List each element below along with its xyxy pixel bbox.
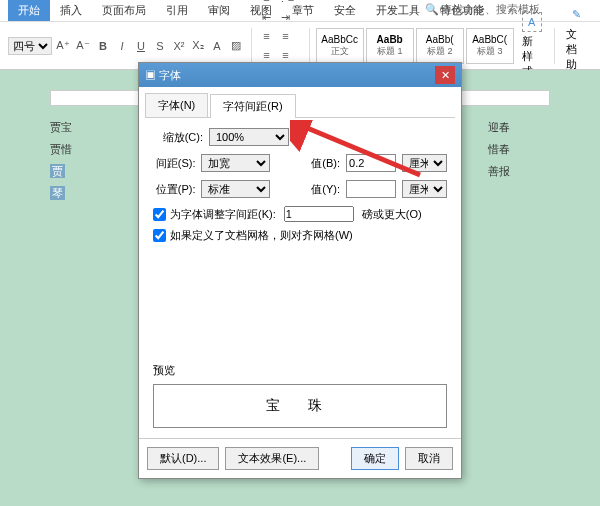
font-size-select[interactable]: 四号 [8, 37, 52, 55]
scale-label: 缩放(C): [153, 130, 203, 145]
indent-dec-icon[interactable]: ⇤ [257, 8, 275, 26]
dialog-titlebar[interactable]: ▣ 字体 ✕ [139, 63, 461, 87]
text-fragment: 迎春 [488, 116, 510, 138]
unit-y-select[interactable]: 厘米 [402, 180, 447, 198]
tab-review[interactable]: 审阅 [198, 0, 240, 21]
spacing-label: 间距(S): [153, 156, 195, 171]
style-h1[interactable]: AaBb标题 1 [366, 28, 414, 64]
search-icon: 🔍 [425, 3, 439, 16]
preview-label: 预览 [153, 363, 447, 378]
text-effect-button[interactable]: 文本效果(E)... [225, 447, 319, 470]
text-fragment: 惜春 [488, 138, 510, 160]
tab-font[interactable]: 字体(N) [145, 93, 208, 117]
kerning-label: 为字体调整字间距(K): [170, 207, 276, 222]
style-gallery: AaBbCc正文 AaBb标题 1 AaBb(标题 2 AaBbC(标题 3 [316, 28, 514, 64]
dialog-icon: ▣ [145, 69, 156, 81]
tab-reference[interactable]: 引用 [156, 0, 198, 21]
tab-start[interactable]: 开始 [8, 0, 50, 21]
align-left-icon[interactable]: ≡ [257, 27, 275, 45]
position-label: 位置(P): [153, 182, 195, 197]
align-center-icon[interactable]: ≡ [276, 27, 294, 45]
value-y-label: 值(Y): [308, 182, 340, 197]
tab-insert[interactable]: 插入 [50, 0, 92, 21]
underline-icon[interactable]: U [132, 37, 150, 55]
scale-select[interactable]: 100% [209, 128, 289, 146]
kerning-unit: 磅或更大(O) [362, 207, 422, 222]
text-fragment: 善报 [488, 160, 510, 182]
font-size-group: 四号 A⁺ A⁻ [8, 37, 92, 55]
style-h3[interactable]: AaBbC(标题 3 [466, 28, 514, 64]
style-h2[interactable]: AaBb(标题 2 [416, 28, 464, 64]
tab-dev[interactable]: 开发工具 [366, 0, 430, 21]
new-style-button[interactable]: A 新样式 [516, 12, 548, 79]
strike-icon[interactable]: S [151, 37, 169, 55]
spacing-select[interactable]: 加宽 [201, 154, 270, 172]
style-normal[interactable]: AaBbCc正文 [316, 28, 364, 64]
selected-text: 贾 [50, 164, 65, 178]
doc-helper-icon: ✎ [566, 5, 586, 25]
selected-text: 琴 [50, 186, 65, 200]
tab-security[interactable]: 安全 [324, 0, 366, 21]
text-fragment: 贾宝 [50, 121, 72, 133]
dialog-footer: 默认(D)... 文本效果(E)... 确定 取消 [139, 438, 461, 478]
kerning-input[interactable] [284, 206, 354, 222]
decrease-font-icon[interactable]: A⁻ [74, 37, 92, 55]
list-number-icon[interactable]: ⋮≡ [276, 0, 294, 7]
color-icon[interactable]: A [208, 37, 226, 55]
highlight-icon[interactable]: ▨ [227, 37, 245, 55]
search-box[interactable]: 🔍 查找命令、搜索模板 [425, 2, 540, 17]
super-icon[interactable]: X² [170, 37, 188, 55]
kerning-checkbox[interactable] [153, 208, 166, 221]
increase-font-icon[interactable]: A⁺ [54, 37, 72, 55]
font-dialog: ▣ 字体 ✕ 字体(N) 字符间距(R) 缩放(C): 100% 间距(S): … [138, 62, 462, 479]
preview-box: 宝 珠 [153, 384, 447, 428]
close-button[interactable]: ✕ [435, 66, 455, 84]
text-fragment: 贾惜 [50, 143, 72, 155]
value-b-input[interactable] [346, 154, 396, 172]
list-bullet-icon[interactable]: ≡ [257, 0, 275, 7]
snap-checkbox[interactable] [153, 229, 166, 242]
unit-b-select[interactable]: 厘米 [402, 154, 447, 172]
tab-layout[interactable]: 页面布局 [92, 0, 156, 21]
dialog-title: 字体 [159, 69, 181, 81]
font-style-group: B I U S X² X₂ A ▨ [94, 37, 245, 55]
snap-label: 如果定义了文档网格，则对齐网格(W) [170, 228, 353, 243]
tab-spacing[interactable]: 字符间距(R) [210, 94, 295, 118]
bold-icon[interactable]: B [94, 37, 112, 55]
dialog-tabs: 字体(N) 字符间距(R) [145, 93, 455, 118]
value-y-input[interactable] [346, 180, 396, 198]
default-button[interactable]: 默认(D)... [147, 447, 219, 470]
ok-button[interactable]: 确定 [351, 447, 399, 470]
search-placeholder: 查找命令、搜索模板 [441, 2, 540, 17]
value-b-label: 值(B): [308, 156, 340, 171]
dialog-body: 缩放(C): 100% 间距(S): 加宽 值(B): 厘米 位置(P): 标准… [139, 118, 461, 438]
indent-inc-icon[interactable]: ⇥ [276, 8, 294, 26]
italic-icon[interactable]: I [113, 37, 131, 55]
position-select[interactable]: 标准 [201, 180, 270, 198]
sub-icon[interactable]: X₂ [189, 37, 207, 55]
cancel-button[interactable]: 取消 [405, 447, 453, 470]
